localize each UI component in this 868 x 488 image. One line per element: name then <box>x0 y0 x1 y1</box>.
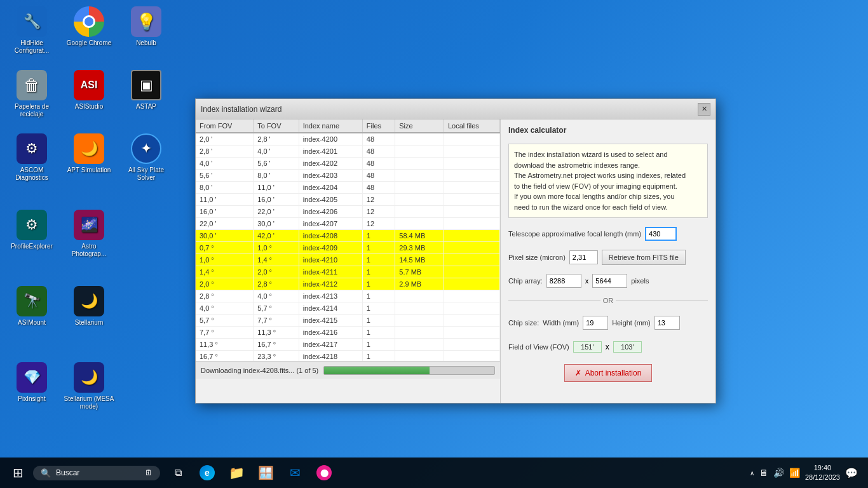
cell-files: 1 <box>362 315 395 327</box>
cell-to: 11,0 ' <box>254 182 299 194</box>
table-row[interactable]: 2,8 ° 4,0 ° index-4213 1 <box>196 290 500 302</box>
pixel-size-row: Pixel size (micron) Retrieve from FITS f… <box>508 250 708 265</box>
table-row[interactable]: 8,0 ' 11,0 ' index-4204 48 <box>196 182 500 194</box>
table-row[interactable]: 7,7 ° 11,3 ° index-4216 1 <box>196 327 500 339</box>
search-placeholder: Buscar <box>56 468 79 477</box>
cell-size: 14.5 MB <box>395 254 444 266</box>
cell-files: 48 <box>362 133 395 146</box>
table-row[interactable]: 5,6 ' 8,0 ' index-4203 48 <box>196 170 500 182</box>
fov-width-value: 151' <box>573 341 602 353</box>
cell-local <box>444 327 499 339</box>
desktop-icon-allsky[interactable]: ✦ All Sky PlateSolver <box>121 133 172 182</box>
taskbar-edge[interactable]: e <box>194 460 220 485</box>
chip-height-input[interactable] <box>592 274 627 288</box>
cell-local <box>444 230 499 242</box>
desktop-icon-ascom[interactable]: ⚙ ASCOMDiagnostics <box>6 133 57 182</box>
explorer-icon: 📁 <box>229 465 245 480</box>
abort-button[interactable]: ✗ Abort installation <box>564 364 653 382</box>
desktop-icon-nebulb[interactable]: 💡 Nebulb <box>121 6 172 55</box>
table-row[interactable]: 2,8 ' 4,0 ' index-4201 48 <box>196 146 500 158</box>
desktop-icon-apt[interactable]: 🌙 APT Simulation <box>64 133 114 182</box>
cell-name: index-4212 <box>299 278 362 290</box>
start-button[interactable]: ⊞ <box>5 460 31 485</box>
cell-local <box>444 133 499 146</box>
desktop-icon-stellarium2[interactable]: 🌙 Stellarium (MESAmode) <box>64 362 114 410</box>
focal-length-input[interactable] <box>645 227 677 241</box>
col-from-fov: From FOV <box>196 119 254 133</box>
cell-from: 2,0 ° <box>196 278 254 290</box>
dialog-close-button[interactable]: ✕ <box>698 103 710 116</box>
table-row[interactable]: 5,7 ° 7,7 ° index-4215 1 <box>196 315 500 327</box>
notification-icon[interactable]: 💬 <box>845 467 858 479</box>
progress-bar-fill <box>324 367 430 374</box>
cell-size <box>395 290 444 302</box>
desktop-icon-asimount[interactable]: 🔭 ASIMount <box>6 286 57 326</box>
clock[interactable]: 19:40 28/12/2023 <box>805 463 840 483</box>
cell-local <box>444 278 499 290</box>
desktop-icon-hidhide[interactable]: 🔧 HidHide Configurat... <box>6 6 57 55</box>
desktop-icon-recycle[interactable]: 🗑 Papelera dereciclaje <box>6 70 57 118</box>
taskbar-explorer[interactable]: 📁 <box>224 460 249 485</box>
table-row[interactable]: 1,4 ° 2,0 ° index-4211 1 5.7 MB <box>196 266 500 278</box>
cell-from: 11,3 ° <box>196 339 254 351</box>
cell-from: 16,0 ' <box>196 206 254 218</box>
cell-size <box>395 302 444 315</box>
pixel-size-label: Pixel size (micron) <box>508 254 566 261</box>
cell-to: 4,0 ° <box>254 290 299 302</box>
fov-height-value: 103' <box>613 341 642 353</box>
cell-from: 11,0 ' <box>196 194 254 206</box>
pixel-size-input[interactable] <box>569 250 598 264</box>
progress-bar-container <box>323 366 495 375</box>
cell-to: 22,0 ' <box>254 206 299 218</box>
table-row[interactable]: 4,0 ' 5,6 ' index-4202 48 <box>196 158 500 170</box>
desktop-icon-profilex[interactable]: ⚙ ProfileExplorer <box>6 210 57 258</box>
cell-files: 48 <box>362 146 395 158</box>
desktop-icon-stellarium[interactable]: 🌙 Stellarium <box>64 286 114 326</box>
table-row[interactable]: 16,0 ' 22,0 ' index-4206 12 <box>196 206 500 218</box>
table-row[interactable]: 11,0 ' 16,0 ' index-4205 12 <box>196 194 500 206</box>
taskbar-search[interactable]: 🔍 Buscar 🗓 <box>33 466 160 480</box>
taskbar-store[interactable]: 🪟 <box>253 460 278 485</box>
table-row[interactable]: 2,0 ' 2,8 ' index-4200 48 <box>196 133 500 146</box>
taskbar-task-view[interactable]: ⧉ <box>165 460 191 485</box>
table-row[interactable]: 2,0 ° 2,8 ° index-4212 1 2.9 MB <box>196 278 500 290</box>
tray-chevron[interactable]: ∧ <box>750 470 754 477</box>
cell-to: 1,4 ° <box>254 254 299 266</box>
table-row[interactable]: 1,0 ° 1,4 ° index-4210 1 14.5 MB <box>196 254 500 266</box>
desktop-icon-chrome[interactable]: Google Chrome <box>64 6 114 55</box>
cell-files: 1 <box>362 290 395 302</box>
cell-size <box>395 158 444 170</box>
table-row[interactable]: 4,0 ° 5,7 ° index-4214 1 <box>196 302 500 315</box>
chip-width-input[interactable] <box>546 274 581 288</box>
cell-local <box>444 339 499 351</box>
abort-label: Abort installation <box>585 369 642 377</box>
cell-from: 4,0 ' <box>196 158 254 170</box>
taskbar: ⊞ 🔍 Buscar 🗓 ⧉ e 📁 🪟 ✉ ⬤ ∧ 🖥 🔊 📶 <box>0 458 868 488</box>
cell-size <box>395 339 444 351</box>
app6-icon: ⬤ <box>316 465 332 480</box>
table-row[interactable]: 30,0 ' 42,0 ' index-4208 1 58.4 MB <box>196 230 500 242</box>
desktop-icon-astrophoto[interactable]: 🌌 AstroPhotograp... <box>64 210 114 258</box>
chip-size-height-input[interactable] <box>654 316 680 330</box>
retrieve-fits-button[interactable]: Retrieve from FITS file <box>602 250 686 265</box>
mail-icon: ✉ <box>290 465 301 480</box>
cell-name: index-4213 <box>299 290 362 302</box>
cell-from: 0,7 ° <box>196 242 254 254</box>
cell-local <box>444 351 499 362</box>
cell-local <box>444 170 499 182</box>
desktop-icon-astap[interactable]: ▣ ASTAP <box>121 70 172 118</box>
table-row[interactable]: 11,3 ° 16,7 ° index-4217 1 <box>196 339 500 351</box>
cell-size <box>395 206 444 218</box>
taskbar-app6[interactable]: ⬤ <box>311 460 337 485</box>
cell-files: 1 <box>362 302 395 315</box>
taskbar-mail[interactable]: ✉ <box>282 460 308 485</box>
table-row[interactable]: 0,7 ° 1,0 ° index-4209 1 29.3 MB <box>196 242 500 254</box>
table-scroll[interactable]: From FOV To FOV Index name Files Size Lo… <box>196 119 500 361</box>
chip-size-width-input[interactable] <box>583 316 608 330</box>
table-row[interactable]: 22,0 ' 30,0 ' index-4207 12 <box>196 218 500 230</box>
table-row[interactable]: 16,7 ° 23,3 ° index-4218 1 <box>196 351 500 362</box>
cell-name: index-4214 <box>299 302 362 315</box>
desktop-icon-pixinsight[interactable]: 💎 PixInsight <box>6 362 57 410</box>
cell-local <box>444 182 499 194</box>
desktop-icon-asistudio[interactable]: ASI ASIStudio <box>64 70 114 118</box>
